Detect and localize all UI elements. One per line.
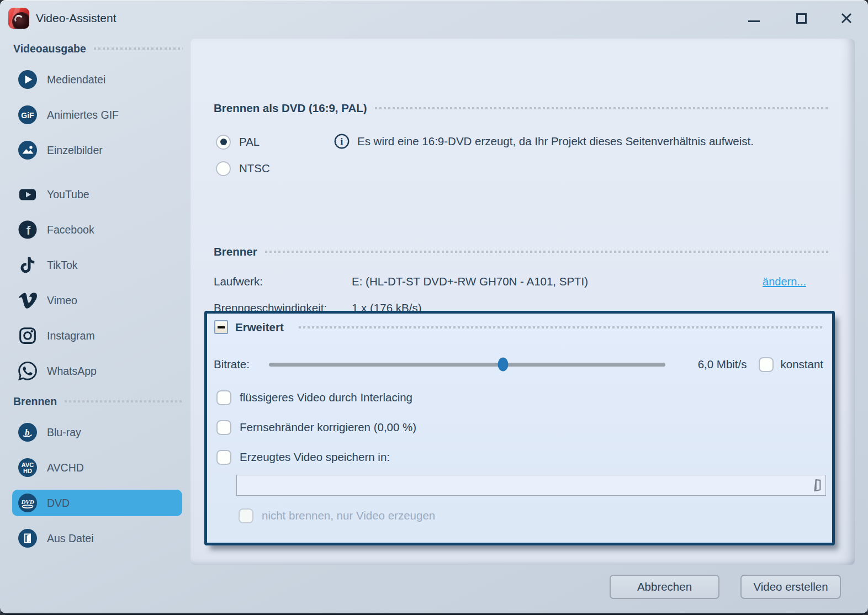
aspect-info-row: i Es wird eine 16:9-DVD erzeugt, da Ihr … — [334, 132, 754, 150]
sidebar-item-vimeo[interactable]: Vimeo — [12, 287, 182, 314]
tiktok-icon — [18, 255, 38, 275]
no-burn-checkbox[interactable] — [239, 508, 253, 523]
tv-borders-checkbox[interactable] — [216, 420, 231, 435]
title-bar: Video-Assistent — [0, 0, 868, 36]
file-source-icon — [18, 528, 38, 548]
constant-label: konstant — [781, 358, 824, 371]
sidebar-section-videoausgabe: Videoausgabe — [13, 40, 183, 57]
burner-header: Brenner — [214, 245, 828, 258]
drive-row: Laufwerk: E: (HL-DT-ST DVD+-RW GH70N - A… — [214, 273, 832, 290]
instagram-icon — [18, 326, 38, 346]
svg-text:b: b — [25, 427, 30, 438]
pal-radio[interactable] — [216, 135, 231, 150]
tv-borders-label: Fernsehränder korrigieren (0,00 %) — [240, 421, 416, 434]
sidebar-item-label: Blu-ray — [47, 426, 81, 439]
youtube-icon — [18, 184, 38, 204]
pal-label: PAL — [239, 135, 260, 149]
svg-text:HD: HD — [23, 468, 32, 474]
svg-text:GiF: GiF — [21, 111, 34, 120]
no-burn-option-row[interactable]: nicht brennen, nur Video erzeugen — [239, 507, 435, 524]
sidebar-item-avchd[interactable]: AVCHD AVCHD — [12, 454, 182, 481]
sidebar-item-label: Aus Datei — [47, 532, 94, 545]
sidebar-item-mediendatei[interactable]: Mediendatei — [12, 66, 182, 93]
dotted-divider — [299, 326, 824, 328]
save-path-input[interactable] — [236, 475, 826, 496]
svg-text:DVD: DVD — [20, 499, 34, 505]
sidebar-item-label: WhatsApp — [47, 365, 97, 378]
create-video-button[interactable]: Video erstellen — [740, 575, 841, 599]
svg-text:f: f — [27, 224, 31, 237]
minimize-icon — [748, 20, 760, 22]
section-label: Videoausgabe — [13, 43, 86, 55]
cancel-button[interactable]: Abbrechen — [610, 575, 719, 599]
gif-icon: GiF — [18, 105, 38, 125]
sidebar: Videoausgabe Mediendatei GiF Animiertes … — [0, 36, 190, 615]
minus-icon — [218, 326, 225, 328]
collapse-button[interactable] — [214, 320, 228, 334]
dotted-divider — [265, 251, 828, 253]
sidebar-item-dvd[interactable]: DVD DVD — [12, 490, 182, 516]
maximize-button[interactable] — [790, 8, 812, 29]
whatsapp-icon — [18, 361, 38, 381]
no-burn-label: nicht brennen, nur Video erzeugen — [262, 509, 435, 522]
burner-title: Brenner — [214, 245, 257, 258]
sidebar-item-label: Facebook — [47, 224, 94, 236]
image-icon — [18, 140, 38, 160]
drive-label: Laufwerk: — [214, 275, 352, 288]
media-file-play-icon — [18, 70, 38, 89]
burn-as-dvd-header: Brennen als DVD (16:9, PAL) — [214, 102, 828, 115]
pal-radio-row[interactable]: PAL — [216, 133, 260, 151]
sidebar-item-youtube[interactable]: YouTube — [12, 181, 182, 208]
change-drive-link[interactable]: ändern... — [763, 275, 806, 288]
interlacing-checkbox[interactable] — [216, 390, 231, 405]
minimize-button[interactable] — [743, 8, 765, 29]
sidebar-item-aus-datei[interactable]: Aus Datei — [12, 525, 182, 552]
sidebar-item-whatsapp[interactable]: WhatsApp — [12, 358, 182, 384]
browse-folder-icon[interactable] — [807, 478, 823, 493]
dotted-divider — [65, 400, 183, 402]
bitrate-slider[interactable] — [269, 363, 665, 367]
main-panel: Brennen als DVD (16:9, PAL) PAL i Es wir… — [190, 39, 855, 565]
ntsc-radio[interactable] — [216, 161, 231, 176]
info-icon: i — [334, 134, 350, 149]
close-button[interactable] — [835, 8, 858, 29]
ntsc-radio-row[interactable]: NTSC — [216, 160, 270, 177]
avchd-icon: AVCHD — [18, 458, 38, 478]
save-path-field-wrap — [236, 475, 826, 496]
bluray-icon: b — [18, 422, 38, 442]
svg-text:i: i — [341, 136, 343, 147]
section-label: Brennen — [13, 395, 57, 408]
bitrate-row: Bitrate: 6,0 Mbit/s konstant — [214, 355, 823, 374]
tv-borders-option-row[interactable]: Fernsehränder korrigieren (0,00 %) — [216, 418, 416, 436]
maximize-icon — [796, 13, 807, 24]
window-title: Video-Assistent — [36, 12, 117, 25]
sidebar-item-label: Vimeo — [47, 294, 77, 307]
bitrate-slider-thumb[interactable] — [497, 358, 508, 372]
sidebar-item-einzelbilder[interactable]: Einzelbilder — [12, 137, 182, 163]
app-window: Video-Assistent Videoausgabe Mediendatei… — [0, 0, 868, 615]
drive-value: E: (HL-DT-ST DVD+-RW GH70N - A101, SPTI) — [352, 275, 588, 288]
sidebar-item-label: YouTube — [47, 188, 89, 201]
advanced-header: Erweitert — [214, 320, 824, 334]
sidebar-item-animiertes-gif[interactable]: GiF Animiertes GIF — [12, 102, 182, 128]
sidebar-item-label: DVD — [47, 497, 70, 510]
interlacing-option-row[interactable]: flüssigeres Video durch Interlacing — [216, 389, 412, 406]
sidebar-item-tiktok[interactable]: TikTok — [12, 252, 182, 278]
close-icon — [840, 12, 853, 24]
save-video-checkbox[interactable] — [216, 450, 231, 465]
facebook-icon: f — [18, 220, 38, 240]
bitrate-label: Bitrate: — [214, 358, 269, 371]
sidebar-item-facebook[interactable]: f Facebook — [12, 216, 182, 243]
advanced-panel: Erweitert Bitrate: 6,0 Mbit/s konstant f… — [204, 311, 835, 545]
bitrate-value: 6,0 Mbit/s — [665, 358, 747, 371]
dvd-icon: DVD — [18, 493, 38, 513]
sidebar-section-brennen: Brennen — [13, 393, 183, 410]
constant-checkbox[interactable] — [759, 357, 774, 372]
sidebar-item-label: Instagram — [47, 330, 95, 342]
dotted-divider — [94, 47, 183, 50]
save-video-option-row[interactable]: Erzeugtes Video speichern in: — [216, 448, 390, 466]
sidebar-item-bluray[interactable]: b Blu-ray — [12, 419, 182, 446]
aspect-info-text: Es wird eine 16:9-DVD erzeugt, da Ihr Pr… — [357, 135, 754, 148]
sidebar-item-instagram[interactable]: Instagram — [12, 322, 182, 349]
sidebar-item-label: Einzelbilder — [47, 144, 103, 157]
